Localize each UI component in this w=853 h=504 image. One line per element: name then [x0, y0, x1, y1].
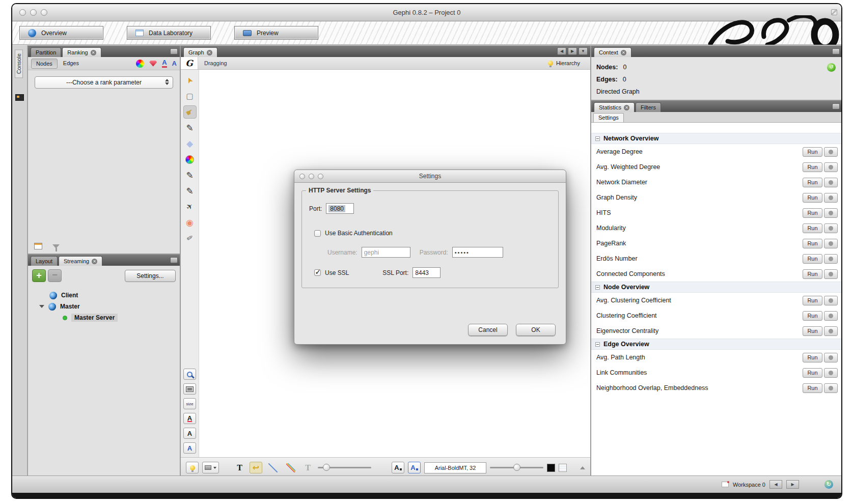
collapse-toolbar-icon[interactable]	[580, 466, 585, 469]
run-button[interactable]: Run	[803, 208, 822, 218]
use-ssl-checkbox[interactable]	[314, 269, 321, 276]
label-color-mode-button[interactable]: A	[183, 413, 196, 424]
update-center-icon[interactable]: ↻	[824, 480, 833, 489]
data-laboratory-button[interactable]: Data Laboratory	[127, 26, 211, 40]
statistic-info-button[interactable]	[824, 296, 838, 305]
nodes-toggle[interactable]: Nodes	[31, 59, 58, 69]
show-node-labels-button[interactable]: T	[233, 462, 246, 473]
label-blue-button[interactable]: A	[183, 442, 196, 454]
overview-button[interactable]: Overview	[19, 26, 103, 40]
edge-pencil-tool[interactable]: ✎	[183, 184, 197, 198]
username-input[interactable]: gephi	[362, 247, 410, 258]
edges-toggle[interactable]: Edges	[59, 59, 84, 69]
tab-layout[interactable]: Layout	[31, 256, 58, 266]
tab-ranking[interactable]: Ranking ✕	[62, 47, 101, 57]
run-button[interactable]: Run	[803, 296, 822, 305]
label-size-icon[interactable]: A	[172, 60, 177, 67]
section-header-edge-overview[interactable]: Edge Overview	[591, 339, 842, 350]
run-button[interactable]: Run	[803, 383, 822, 393]
close-icon[interactable]: ✕	[91, 50, 96, 55]
statistic-info-button[interactable]	[824, 193, 838, 203]
run-button[interactable]: Run	[803, 239, 822, 248]
show-edges-button[interactable]	[266, 462, 280, 473]
label-color-icon[interactable]: A	[162, 59, 167, 68]
run-button[interactable]: Run	[803, 178, 822, 187]
close-icon[interactable]: ✕	[207, 50, 212, 55]
slider-thumb[interactable]	[323, 464, 330, 471]
tab-statistics[interactable]: Statistics ✕	[594, 102, 635, 112]
collapse-icon[interactable]	[595, 285, 600, 290]
center-graph-button[interactable]	[183, 369, 196, 380]
minimize-panel-icon[interactable]	[170, 257, 178, 263]
label-size-slider[interactable]	[490, 467, 543, 468]
background-light-button[interactable]	[186, 462, 199, 473]
edge-color-button[interactable]	[284, 462, 298, 473]
node-label-color-button[interactable]: A	[392, 462, 404, 473]
section-header-node-overview[interactable]: Node Overview	[591, 282, 842, 293]
close-icon[interactable]: ✕	[92, 259, 97, 264]
statistic-info-button[interactable]	[824, 239, 838, 248]
tab-streaming[interactable]: Streaming ✕	[59, 256, 102, 266]
edge-arrow-tool[interactable]: ✐	[183, 232, 197, 245]
run-button[interactable]: Run	[803, 254, 822, 264]
rank-parameter-dropdown[interactable]: ---Choose a rank parameter	[35, 76, 173, 89]
close-icon[interactable]: ✕	[624, 105, 629, 110]
run-button[interactable]: Run	[803, 223, 822, 233]
filter-icon[interactable]	[52, 244, 60, 248]
heatmap-tool[interactable]: ◉	[183, 216, 197, 229]
run-button[interactable]: Run	[803, 147, 822, 157]
ruby-icon[interactable]	[149, 61, 157, 67]
previous-workspace-button[interactable]: ◀	[769, 480, 782, 489]
console-tab[interactable]: Console	[15, 49, 23, 78]
statistic-info-button[interactable]	[824, 223, 838, 233]
screenshot-button[interactable]	[183, 383, 196, 395]
scroll-tabs-left-button[interactable]: ◀	[557, 47, 566, 55]
close-window-button[interactable]	[19, 9, 26, 16]
collapse-icon[interactable]	[595, 136, 600, 141]
statistic-info-button[interactable]	[824, 383, 838, 393]
tree-item-client[interactable]: Client	[28, 290, 180, 301]
sizer-diamond-tool[interactable]: ◆	[183, 137, 197, 150]
next-workspace-button[interactable]: ▶	[786, 480, 799, 489]
minimize-panel-icon[interactable]	[832, 48, 840, 54]
refresh-icon[interactable]: ↺	[827, 63, 836, 72]
ssl-port-input[interactable]: 8443	[412, 267, 441, 278]
password-input[interactable]: •••••	[452, 247, 503, 258]
preview-button[interactable]: Preview	[234, 26, 318, 40]
labels-settings-icon[interactable]	[559, 464, 567, 472]
tab-list-dropdown[interactable]: ▼	[579, 47, 588, 55]
run-button[interactable]: Run	[803, 269, 822, 279]
minimize-panel-icon[interactable]	[170, 48, 178, 54]
slider-thumb[interactable]	[513, 464, 520, 471]
run-button[interactable]: Run	[803, 368, 822, 378]
statistic-info-button[interactable]	[824, 353, 838, 362]
run-button[interactable]: Run	[803, 193, 822, 203]
statistic-info-button[interactable]	[824, 162, 838, 172]
show-edge-labels-button[interactable]: T	[301, 462, 314, 473]
port-input[interactable]: 8080	[326, 203, 354, 214]
run-button[interactable]: Run	[803, 353, 822, 362]
statistic-info-button[interactable]	[824, 254, 838, 264]
drag-hand-tool[interactable]: ☛	[183, 105, 197, 119]
console-icon[interactable]	[15, 94, 24, 101]
remove-connection-button[interactable]: −	[48, 269, 62, 282]
result-table-icon[interactable]	[34, 243, 42, 249]
minimize-window-button[interactable]	[30, 9, 37, 16]
streaming-settings-button[interactable]: Settings...	[125, 270, 176, 282]
tab-graph[interactable]: Graph ✕	[183, 47, 217, 57]
label-attributes-dropdown[interactable]	[202, 462, 219, 473]
dialog-zoom-button[interactable]	[318, 174, 323, 179]
hierarchy-control[interactable]: Hierarchy	[548, 60, 580, 66]
zoom-window-button[interactable]	[41, 9, 47, 16]
edge-label-color-button[interactable]: A	[408, 462, 421, 473]
ok-button[interactable]: OK	[516, 324, 556, 336]
add-connection-button[interactable]: +	[32, 269, 46, 282]
font-field[interactable]: Arial-BoldMT, 32	[424, 462, 486, 473]
run-button[interactable]: Run	[803, 162, 822, 172]
basic-auth-checkbox[interactable]	[314, 230, 321, 237]
minimize-panel-icon[interactable]	[832, 103, 840, 109]
statistic-info-button[interactable]	[824, 326, 838, 336]
statistic-info-button[interactable]	[824, 178, 838, 187]
shortest-path-tool[interactable]: ✈	[183, 200, 197, 213]
rectangle-selection-tool[interactable]: ▢	[183, 90, 197, 103]
